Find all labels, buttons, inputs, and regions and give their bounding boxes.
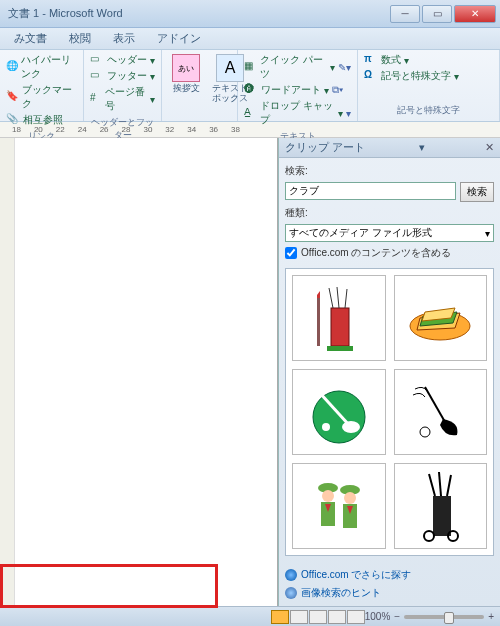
formula-button[interactable]: π数式 ▾ — [362, 52, 495, 68]
svg-line-2 — [337, 287, 339, 308]
pane-dropdown-icon[interactable]: ▾ — [419, 141, 425, 154]
bookmark-button[interactable]: 🔖ブックマーク — [4, 82, 79, 112]
pagenum-button[interactable]: #ページ番号 ▾ — [88, 84, 157, 114]
greeting-button[interactable]: あい挨拶文 — [166, 52, 206, 119]
svg-point-8 — [313, 391, 365, 443]
document-canvas[interactable] — [0, 138, 278, 606]
chevron-down-icon: ▾ — [485, 228, 490, 239]
pane-header: クリップ アート ▾ ✕ — [279, 138, 500, 158]
globe-icon: 🌐 — [6, 60, 18, 74]
bookmark-icon: 🔖 — [6, 90, 19, 104]
dropcap-button[interactable]: A̲ドロップ キャップ ▾ ▾ — [242, 98, 353, 128]
symbol-button[interactable]: Ω記号と特殊文字 ▾ — [362, 68, 495, 84]
group-text1: あい挨拶文 Aテキスト ボックス — [162, 50, 238, 121]
close-button[interactable]: ✕ — [454, 5, 496, 23]
clipart-results — [285, 268, 494, 556]
scouts-icon — [304, 468, 374, 544]
group-symbols: π数式 ▾ Ω記号と特殊文字 ▾ 記号と特殊文字 — [358, 50, 500, 121]
svg-point-10 — [342, 421, 360, 433]
pane-close-icon[interactable]: ✕ — [485, 141, 494, 154]
zoom-controls: 100% − + — [365, 611, 494, 622]
sandwich-icon — [405, 288, 475, 348]
group-label: 記号と特殊文字 — [362, 102, 495, 119]
clip-item[interactable] — [394, 463, 488, 549]
pane-body: 検索: 検索 種類: すべてのメディア ファイル形式▾ Office.com の… — [279, 158, 500, 562]
view-read-icon[interactable] — [290, 610, 308, 624]
zoom-out-button[interactable]: − — [394, 611, 400, 622]
main-area: クリップ アート ▾ ✕ 検索: 検索 種類: すべてのメディア ファイル形式▾… — [0, 138, 500, 606]
header-button[interactable]: ▭ヘッダー ▾ — [88, 52, 157, 68]
pi-icon: π — [364, 53, 378, 67]
view-draft-icon[interactable] — [347, 610, 365, 624]
view-outline-icon[interactable] — [328, 610, 346, 624]
ribbon-tabs: み文書 校閲 表示 アドイン — [0, 28, 500, 50]
group-headerfooter: ▭ヘッダー ▾ ▭フッター ▾ #ページ番号 ▾ ヘッダーとフッター — [84, 50, 162, 121]
golfbag-icon — [309, 283, 369, 353]
svg-line-23 — [429, 474, 435, 496]
officecom-link[interactable]: Office.com でさらに探す — [285, 566, 494, 584]
hyperlink-button[interactable]: 🌐ハイパーリンク — [4, 52, 79, 82]
search-button[interactable]: 検索 — [460, 182, 494, 202]
pagenum-icon: # — [90, 92, 102, 106]
tab-doc[interactable]: み文書 — [4, 28, 57, 49]
svg-rect-4 — [327, 346, 353, 351]
svg-point-11 — [322, 423, 330, 431]
checkbox-input[interactable] — [285, 247, 297, 259]
view-print-icon[interactable] — [271, 610, 289, 624]
tab-addin[interactable]: アドイン — [147, 28, 211, 49]
svg-point-18 — [344, 492, 356, 504]
search-label: 検索: — [285, 164, 494, 178]
window-title: 文書 1 - Microsoft Word — [4, 6, 390, 21]
svg-point-15 — [322, 490, 334, 502]
clipart-pane: クリップ アート ▾ ✕ 検索: 検索 種類: すべてのメディア ファイル形式▾… — [278, 138, 500, 606]
zoom-slider[interactable] — [404, 615, 484, 619]
clip-item[interactable] — [292, 463, 386, 549]
status-bar: 100% − + — [0, 606, 500, 626]
group-text2: ▦クイック パーツ ▾ ✎▾ 🅐ワードアート ▾ ⧉▾ A̲ドロップ キャップ … — [238, 50, 358, 121]
include-office-checkbox[interactable]: Office.com のコンテンツを含める — [285, 246, 494, 260]
zoom-in-button[interactable]: + — [488, 611, 494, 622]
minimize-button[interactable]: ─ — [390, 5, 420, 23]
type-label: 種類: — [285, 206, 494, 220]
golfclub-green-icon — [304, 377, 374, 447]
svg-point-13 — [420, 427, 430, 437]
clip-item[interactable] — [292, 275, 386, 361]
clip-item[interactable] — [292, 369, 386, 455]
svg-rect-22 — [433, 496, 451, 536]
globe-icon — [285, 569, 297, 581]
footer-icon: ▭ — [90, 69, 104, 83]
wordart-button[interactable]: 🅐ワードアート ▾ ⧉▾ — [242, 82, 353, 98]
greeting-icon: あい — [172, 54, 200, 82]
hint-link[interactable]: 画像検索のヒント — [285, 584, 494, 602]
maximize-button[interactable]: ▭ — [422, 5, 452, 23]
wordart-icon: 🅐 — [244, 83, 258, 97]
parts-icon: ▦ — [244, 60, 257, 74]
pane-links: Office.com でさらに探す 画像検索のヒント — [279, 562, 500, 606]
view-buttons[interactable] — [271, 610, 365, 624]
omega-icon: Ω — [364, 69, 378, 83]
pane-title: クリップ アート — [285, 140, 365, 155]
tab-review[interactable]: 校閲 — [59, 28, 101, 49]
ribbon: 🌐ハイパーリンク 🔖ブックマーク 📎相互参照 リンク ▭ヘッダー ▾ ▭フッター… — [0, 50, 500, 122]
title-bar: 文書 1 - Microsoft Word ─ ▭ ✕ — [0, 0, 500, 28]
group-links: 🌐ハイパーリンク 🔖ブックマーク 📎相互参照 リンク — [0, 50, 84, 121]
search-input[interactable] — [285, 182, 456, 200]
clip-item[interactable] — [394, 369, 488, 455]
golfbag-bw-icon — [405, 468, 475, 544]
clip-item[interactable] — [394, 275, 488, 361]
golfclub-bw-icon — [405, 377, 475, 447]
footer-button[interactable]: ▭フッター ▾ — [88, 68, 157, 84]
svg-line-24 — [439, 472, 441, 496]
svg-line-1 — [329, 288, 333, 308]
header-icon: ▭ — [90, 53, 104, 67]
svg-rect-0 — [331, 308, 349, 346]
svg-line-25 — [447, 475, 451, 496]
svg-line-3 — [345, 289, 347, 308]
tab-view[interactable]: 表示 — [103, 28, 145, 49]
svg-point-26 — [424, 531, 434, 541]
view-web-icon[interactable] — [309, 610, 327, 624]
svg-rect-5 — [317, 298, 320, 346]
quickparts-button[interactable]: ▦クイック パーツ ▾ ✎▾ — [242, 52, 353, 82]
type-select[interactable]: すべてのメディア ファイル形式▾ — [285, 224, 494, 242]
zoom-level[interactable]: 100% — [365, 611, 391, 622]
